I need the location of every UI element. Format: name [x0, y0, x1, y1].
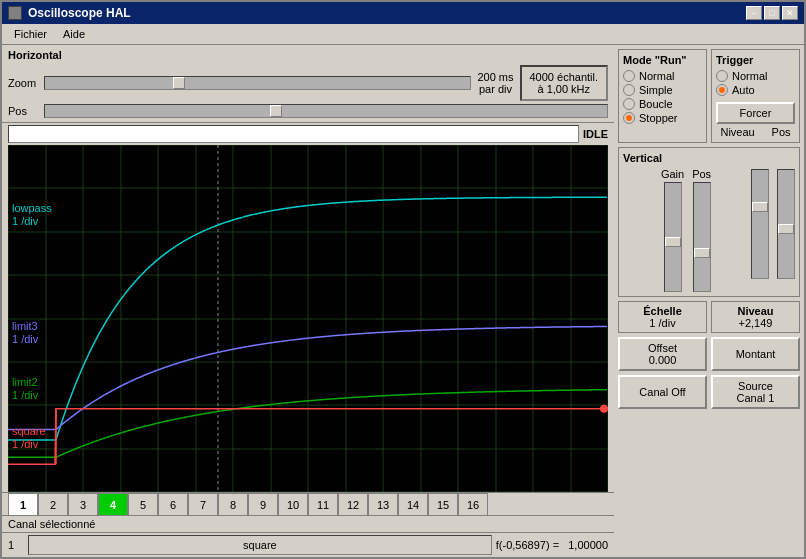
offset-val: 0.000 — [626, 354, 699, 366]
zoom-slider[interactable] — [44, 76, 471, 90]
title-bar: Oscilloscope HAL − □ ✕ — [2, 2, 804, 24]
vert-pos-label: Pos — [692, 168, 711, 180]
bottom-bar: 1 f(-0,56897) = 1,00000 — [2, 532, 614, 557]
canal-off-button[interactable]: Canal Off — [618, 375, 707, 409]
gain-label: Gain — [661, 168, 684, 180]
radio-boucle[interactable] — [623, 98, 635, 110]
ch-tab-13[interactable]: 13 — [368, 493, 398, 515]
trig-sliders — [751, 152, 795, 292]
signal-input[interactable] — [8, 125, 579, 143]
run-mode-title: Mode "Run" — [623, 54, 702, 66]
channel-tabs: 1 2 3 4 5 6 7 8 9 10 11 12 13 14 15 16 — [2, 492, 614, 515]
niveau-label: Niveau — [720, 126, 754, 138]
gain-col: Gain — [661, 168, 684, 292]
radio-stopper-label: Stopper — [639, 112, 678, 124]
time-display: 200 ms par div — [477, 71, 513, 95]
radio-stopper[interactable] — [623, 112, 635, 124]
radio-simple-label: Simple — [639, 84, 673, 96]
vert-pos-slider[interactable] — [693, 182, 711, 292]
ch-tab-7[interactable]: 7 — [188, 493, 218, 515]
right-panel: Mode "Run" Normal Simple Boucle — [614, 45, 804, 557]
canal-selected-bar: Canal sélectionné — [2, 515, 614, 532]
offset-button[interactable]: Offset 0.000 — [618, 337, 707, 371]
pos-slider[interactable] — [44, 104, 608, 118]
radio-boucle-label: Boucle — [639, 98, 673, 110]
signal-name-input[interactable] — [28, 535, 492, 555]
source-canal-button[interactable]: Source Canal 1 — [711, 375, 800, 409]
offset-montant-row: Offset 0.000 Montant — [618, 337, 800, 371]
radio-simple[interactable] — [623, 84, 635, 96]
gain-thumb[interactable] — [665, 237, 681, 247]
trig-pos-slider-col — [777, 169, 795, 279]
main-content: Horizontal Zoom 200 ms par div 4000 écha… — [2, 45, 804, 557]
gain-pos-sliders: Gain Pos — [623, 168, 749, 292]
ch-tab-12[interactable]: 12 — [338, 493, 368, 515]
menu-fichier[interactable]: Fichier — [6, 26, 55, 42]
radio-boucle-row: Boucle — [623, 98, 702, 110]
radio-normal[interactable] — [623, 70, 635, 82]
montant-button[interactable]: Montant — [711, 337, 800, 371]
maximize-button[interactable]: □ — [764, 6, 780, 20]
trig-radio-normal[interactable] — [716, 70, 728, 82]
pos-row: Pos — [8, 104, 608, 118]
ch-tab-14[interactable]: 14 — [398, 493, 428, 515]
trig-radio-auto[interactable] — [716, 84, 728, 96]
vertical-sliders: Vertical Gain Pos — [623, 152, 749, 292]
trig-pos-thumb[interactable] — [778, 224, 794, 234]
ch-tab-10[interactable]: 10 — [278, 493, 308, 515]
radio-normal-label: Normal — [639, 70, 674, 82]
trig-slider-pair — [751, 169, 795, 279]
trig-normal-row: Normal — [716, 70, 795, 82]
formula-val: 1,00000 — [568, 539, 608, 551]
ch-tab-4[interactable]: 4 — [98, 493, 128, 515]
ch-tab-15[interactable]: 15 — [428, 493, 458, 515]
scope-canvas — [8, 145, 608, 492]
formula-display: f(-0,56897) = 1,00000 — [496, 539, 608, 551]
trig-normal-label: Normal — [732, 70, 767, 82]
ch-tab-1[interactable]: 1 — [8, 493, 38, 515]
idle-status: IDLE — [583, 128, 608, 140]
echelle-value: 1 /div — [622, 317, 703, 329]
menu-aide[interactable]: Aide — [55, 26, 93, 42]
pos-col: Pos — [692, 168, 711, 292]
niveau-slider-col — [751, 169, 769, 279]
echelle-box: Échelle 1 /div — [618, 301, 707, 333]
menu-bar: Fichier Aide — [2, 24, 804, 45]
close-button[interactable]: ✕ — [782, 6, 798, 20]
window-title: Oscilloscope HAL — [28, 6, 131, 20]
trigger-title: Trigger — [716, 54, 795, 66]
oscilloscope-canvas — [8, 145, 608, 492]
radio-normal-row: Normal — [623, 70, 702, 82]
zoom-label: Zoom — [8, 77, 38, 89]
formula-text: f(-0,56897) = — [496, 539, 559, 551]
window-icon — [8, 6, 22, 20]
ch-tab-16[interactable]: 16 — [458, 493, 488, 515]
canal-source-row: Canal Off Source Canal 1 — [618, 375, 800, 409]
ch-tab-11[interactable]: 11 — [308, 493, 338, 515]
horizontal-label: Horizontal — [8, 49, 608, 61]
niveau-slider[interactable] — [751, 169, 769, 279]
ch-tab-5[interactable]: 5 — [128, 493, 158, 515]
minimize-button[interactable]: − — [746, 6, 762, 20]
vert-pos-thumb[interactable] — [694, 248, 710, 258]
gain-slider[interactable] — [664, 182, 682, 292]
niveau-thumb[interactable] — [752, 202, 768, 212]
ch-tab-2[interactable]: 2 — [38, 493, 68, 515]
time-per-div2: par div — [479, 83, 512, 95]
pos-thumb[interactable] — [270, 105, 282, 117]
ch-tab-6[interactable]: 6 — [158, 493, 188, 515]
horizontal-section: Horizontal Zoom 200 ms par div 4000 écha… — [2, 45, 614, 123]
ch-tab-9[interactable]: 9 — [248, 493, 278, 515]
trig-pos-slider[interactable] — [777, 169, 795, 279]
ch-tab-3[interactable]: 3 — [68, 493, 98, 515]
samples-line2: à 1,00 kHz — [530, 83, 599, 95]
canal-selectionne-label: Canal sélectionné — [8, 518, 95, 530]
force-button[interactable]: Forcer — [716, 102, 795, 124]
ch-tab-8[interactable]: 8 — [218, 493, 248, 515]
samples-button[interactable]: 4000 échantil. à 1,00 kHz — [520, 65, 609, 101]
vertical-title: Vertical — [623, 152, 749, 164]
trig-auto-row: Auto — [716, 84, 795, 96]
title-bar-left: Oscilloscope HAL — [8, 6, 131, 20]
zoom-row: Zoom — [8, 76, 471, 90]
zoom-thumb[interactable] — [173, 77, 185, 89]
